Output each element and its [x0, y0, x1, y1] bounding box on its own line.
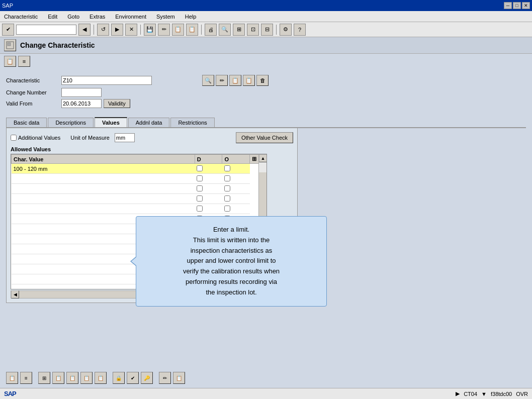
client-info: f38tdc00 — [491, 391, 512, 397]
title-bar-title: SAP — [2, 3, 13, 9]
row5-o-checkbox[interactable] — [224, 206, 230, 212]
minimize-button[interactable]: ─ — [504, 2, 512, 9]
characteristic-input[interactable] — [61, 76, 152, 85]
change-number-input[interactable] — [61, 88, 102, 97]
back-nav-button[interactable]: ◀ — [78, 24, 91, 36]
tab-restrictions[interactable]: Restrictions — [170, 118, 214, 127]
cell-d[interactable] — [195, 164, 222, 174]
bottom-btn-11[interactable]: ✏ — [159, 372, 171, 384]
bottom-btn-3[interactable]: ⊞ — [38, 372, 50, 384]
delete-char-btn[interactable]: 🗑 — [256, 75, 269, 86]
menu-goto[interactable]: Goto — [65, 13, 81, 21]
bottom-btn-5[interactable]: 📋 — [66, 372, 78, 384]
toolbar-btn-6[interactable]: ⊡ — [247, 24, 259, 36]
tab-descriptions[interactable]: Descriptions — [48, 118, 94, 127]
menu-characteristic[interactable]: Characteristic — [2, 13, 40, 21]
print-button[interactable]: 🖨 — [205, 24, 217, 36]
bottom-btn-9[interactable]: ✔ — [127, 372, 139, 384]
row2-d-checkbox[interactable] — [197, 175, 203, 181]
bottom-btn-8[interactable]: 🔒 — [113, 372, 125, 384]
action-btn-1[interactable]: 📋 — [4, 56, 16, 67]
title-bar: SAP ─ □ ✕ — [0, 0, 532, 11]
row5-d-checkbox[interactable] — [197, 206, 203, 212]
copy-char-btn[interactable]: 📋 — [229, 75, 241, 86]
scroll-left-button[interactable]: ◀ — [11, 290, 19, 298]
menu-extras[interactable]: Extras — [87, 13, 107, 21]
header-section: Characteristic 🔍 ✏ 📋 📋 🗑 Change Number V… — [6, 73, 526, 112]
row1-o-checkbox[interactable] — [224, 165, 230, 171]
unit-of-measure-label: Unit of Measure — [70, 135, 110, 141]
row3-o-checkbox[interactable] — [224, 185, 230, 191]
copy-char-btn2[interactable]: 📋 — [243, 75, 255, 86]
play-icon[interactable]: ▶ — [456, 390, 460, 397]
row4-d-checkbox[interactable] — [197, 195, 203, 202]
tooltip-line6: performing results recording via — [186, 278, 277, 285]
toolbar-btn-2[interactable]: ✏ — [158, 24, 170, 36]
unit-of-measure-input[interactable] — [115, 133, 135, 142]
tab-addnl-data[interactable]: Addnl data — [128, 118, 170, 127]
row2-o-checkbox[interactable] — [224, 175, 230, 181]
col-o: O — [222, 155, 250, 164]
bottom-btn-2[interactable]: ≡ — [20, 372, 32, 384]
bottom-btn-12[interactable]: 📋 — [173, 372, 185, 384]
allowed-values-label: Allowed Values — [11, 146, 293, 152]
row1-d-checkbox[interactable] — [197, 165, 203, 171]
bottom-btn-10[interactable]: 🔑 — [141, 372, 153, 384]
col-char-value: Char. Value — [12, 155, 195, 164]
bottom-btn-1[interactable]: 📋 — [6, 372, 18, 384]
cell-o[interactable] — [222, 164, 250, 174]
tooltip-line7: the inspection lot. — [206, 288, 256, 296]
bottom-btn-4[interactable]: 📋 — [52, 372, 64, 384]
toolbar-btn-4[interactable]: 📋 — [186, 24, 198, 36]
valid-from-input[interactable] — [61, 99, 102, 108]
valid-from-row: Valid From Validity — [6, 99, 526, 108]
refresh-button[interactable]: ↺ — [97, 24, 109, 36]
action-toolbar: 📋 ≡ — [0, 54, 532, 69]
scroll-up-button[interactable]: ▲ — [259, 154, 267, 162]
edit-char-btn[interactable]: ✏ — [216, 75, 228, 86]
find-button[interactable]: 🔍 — [219, 24, 231, 36]
tooltip-line1: Enter a limit. — [213, 226, 249, 233]
characteristic-row: Characteristic 🔍 ✏ 📋 📋 🗑 — [6, 75, 526, 86]
table-row: 100 - 120 mm — [12, 164, 267, 174]
close-button[interactable]: ✕ — [522, 2, 530, 9]
toolbar: ✔ ◀ ↺ ▶ ✕ 💾 ✏ 📋 📋 🖨 🔍 ⊞ ⊡ ⊟ ⚙ ? — [0, 22, 532, 37]
search-char-btn[interactable]: 🔍 — [202, 75, 214, 86]
characteristic-label: Characteristic — [6, 77, 61, 83]
action-btn-2[interactable]: ≡ — [18, 56, 30, 67]
row3-d-checkbox[interactable] — [197, 185, 203, 191]
additional-values-checkbox-label[interactable]: Additional Values — [11, 135, 60, 141]
additional-values-checkbox[interactable] — [11, 135, 17, 141]
settings-button[interactable]: ⚙ — [280, 24, 292, 36]
help-btn[interactable]: ? — [294, 24, 306, 36]
menu-environment[interactable]: Environment — [113, 13, 148, 21]
maximize-button[interactable]: □ — [513, 2, 521, 9]
sap-logo: SAP — [4, 390, 16, 397]
cell-value[interactable] — [12, 174, 195, 184]
toolbar-btn-7[interactable]: ⊟ — [261, 24, 273, 36]
tab-values[interactable]: Values — [95, 117, 127, 127]
save-button[interactable]: 💾 — [144, 24, 156, 36]
change-number-row: Change Number — [6, 88, 526, 97]
table-row — [12, 194, 267, 204]
cell-value[interactable] — [12, 184, 195, 194]
cell-value[interactable]: 100 - 120 mm — [12, 164, 195, 174]
menu-edit[interactable]: Edit — [46, 13, 59, 21]
toolbar-btn-3[interactable]: 📋 — [172, 24, 184, 36]
toolbar-btn-5[interactable]: ⊞ — [233, 24, 245, 36]
bottom-btn-6[interactable]: 📋 — [80, 372, 93, 384]
nav-forward[interactable]: ▶ — [111, 24, 123, 36]
command-input[interactable] — [16, 25, 76, 35]
bottom-btn-7[interactable]: 📋 — [95, 372, 107, 384]
checkmark-button[interactable]: ✔ — [2, 24, 14, 36]
cell-value[interactable] — [12, 194, 195, 204]
tab-basic-data[interactable]: Basic data — [6, 118, 47, 127]
other-value-check-button[interactable]: Other Value Check — [236, 132, 293, 143]
cell-value[interactable] — [12, 204, 195, 214]
stop-button[interactable]: ✕ — [125, 24, 137, 36]
row4-o-checkbox[interactable] — [224, 195, 230, 202]
status-bar: SAP ▶ CT04 ▼ f38tdc00 OVR — [0, 388, 532, 399]
validity-button[interactable]: Validity — [104, 99, 130, 108]
menu-help[interactable]: Help — [183, 13, 199, 21]
menu-system[interactable]: System — [154, 13, 177, 21]
